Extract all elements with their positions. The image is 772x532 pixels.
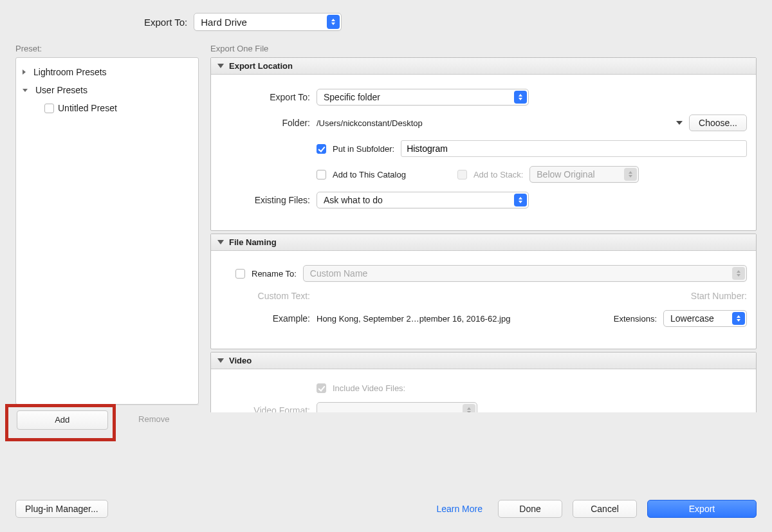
add-stack-select: Below Original [529, 166, 639, 183]
preset-header: Preset: [15, 44, 199, 53]
add-catalog-checkbox[interactable] [317, 170, 326, 179]
video-format-select [317, 402, 477, 412]
panel-header-export-location[interactable]: Export Location [211, 58, 756, 75]
panel-file-naming: File Naming Rename To: Custom Name [210, 234, 757, 349]
extensions-select[interactable]: Lowercase [663, 310, 747, 327]
folder-history-icon[interactable] [676, 121, 683, 125]
updown-icon [732, 267, 745, 280]
footer-bar: Plug-in Manager... Learn More Done Cance… [15, 500, 757, 518]
panel-body: Export To: Specific folder Folder: /User… [211, 75, 756, 230]
preset-group-user[interactable]: User Presets [16, 81, 198, 99]
export-to-label: Export To: [220, 92, 310, 102]
preset-item-label: Untitled Preset [58, 103, 117, 113]
updown-icon [624, 168, 637, 181]
disclosure-icon [217, 240, 224, 244]
top-export-row: Export To: Hard Drive [15, 13, 757, 31]
preset-group-label: User Presets [35, 85, 87, 95]
plugin-manager-button[interactable]: Plug-in Manager... [15, 500, 108, 518]
subfolder-input[interactable] [401, 140, 747, 157]
updown-icon [327, 15, 340, 29]
subfolder-checkbox[interactable] [317, 144, 326, 154]
export-to-value: Hard Drive [201, 17, 247, 28]
preset-group-lightroom[interactable]: Lightroom Presets [16, 63, 198, 81]
cancel-button[interactable]: Cancel [573, 500, 637, 518]
panel-video: Video Include Video Files: Video Format: [210, 352, 757, 412]
select-value: Custom Name [310, 268, 367, 279]
add-catalog-label: Add to This Catalog [333, 170, 406, 179]
add-preset-button[interactable]: Add [17, 410, 108, 430]
export-to-label: Export To: [144, 17, 187, 28]
remove-preset-button[interactable]: Remove [109, 410, 199, 430]
panel-title: Export Location [229, 61, 293, 71]
include-video-checkbox [317, 383, 326, 393]
panel-title: Video [229, 356, 252, 365]
preset-item[interactable]: Untitled Preset [16, 99, 198, 117]
content-area: Preset: Lightroom Presets User Presets U… [15, 44, 757, 430]
rename-checkbox[interactable] [235, 269, 245, 279]
export-to-folder-select[interactable]: Specific folder [317, 89, 529, 105]
folder-label: Folder: [220, 118, 310, 128]
preset-list[interactable]: Lightroom Presets User Presets Untitled … [15, 57, 199, 405]
example-value: Hong Kong, September 2…ptember 16, 2016-… [317, 314, 607, 324]
select-value: Below Original [537, 169, 594, 179]
panels-scroll[interactable]: Export Location Export To: Specific fold… [210, 57, 757, 412]
export-dialog: Export To: Hard Drive Preset: Lightroom … [0, 0, 772, 532]
custom-text-label: Custom Text: [220, 291, 310, 301]
updown-icon [732, 312, 745, 325]
settings-header: Export One File [210, 44, 757, 53]
export-to-select[interactable]: Hard Drive [194, 13, 342, 31]
export-button[interactable]: Export [647, 500, 757, 518]
add-stack-checkbox [457, 170, 467, 179]
select-value: Specific folder [324, 92, 380, 102]
done-button[interactable]: Done [498, 500, 562, 518]
learn-more-link[interactable]: Learn More [436, 504, 482, 514]
preset-checkbox[interactable] [44, 104, 54, 113]
settings-column: Export One File Export Location Export T… [210, 44, 757, 430]
choose-folder-button[interactable]: Choose... [689, 115, 747, 131]
panel-title: File Naming [229, 237, 277, 247]
preset-group-label: Lightroom Presets [33, 67, 107, 77]
folder-path: /Users/nickconstant/Desktop [317, 118, 670, 128]
add-stack-label: Add to Stack: [473, 170, 523, 179]
select-value: Ask what to do [324, 195, 383, 205]
extensions-label: Extensions: [614, 314, 657, 324]
disclosure-icon [217, 64, 224, 68]
example-label: Example: [220, 313, 310, 324]
panel-header-file-naming[interactable]: File Naming [211, 234, 756, 251]
include-video-label: Include Video Files: [333, 383, 405, 393]
rename-select: Custom Name [303, 265, 747, 282]
video-format-label: Video Format: [220, 405, 310, 412]
rename-label: Rename To: [252, 269, 297, 279]
disclosure-icon [217, 358, 224, 363]
updown-icon [514, 91, 527, 104]
panel-header-video[interactable]: Video [211, 353, 756, 369]
subfolder-label: Put in Subfolder: [333, 144, 394, 154]
select-value: Lowercase [670, 313, 714, 324]
preset-button-bar: Add Remove [15, 405, 199, 430]
start-number-label: Start Number: [691, 291, 747, 301]
panel-export-location: Export Location Export To: Specific fold… [210, 57, 757, 231]
updown-icon [514, 194, 527, 206]
updown-icon [463, 404, 475, 412]
existing-files-select[interactable]: Ask what to do [317, 192, 529, 208]
preset-column: Preset: Lightroom Presets User Presets U… [15, 44, 199, 430]
existing-files-label: Existing Files: [220, 195, 310, 205]
